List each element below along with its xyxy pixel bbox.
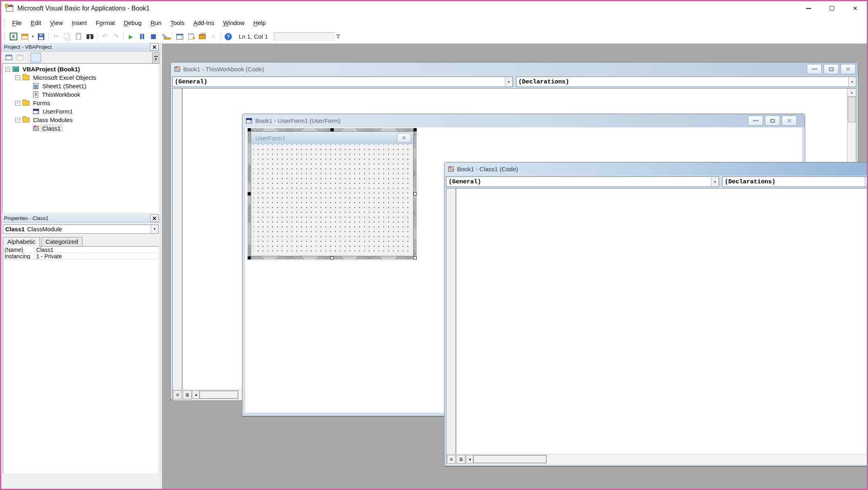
code-editor-area[interactable]: ≡ ≣ ◄ <box>446 188 867 465</box>
class1-title-bar[interactable]: Book1 - Class1 (Code) <box>444 162 867 176</box>
userform-design-surface[interactable]: UserForm1 ✕ <box>251 131 413 256</box>
code-window-class1[interactable]: Book1 - Class1 (Code) (General) ▼ (Decla… <box>444 162 867 467</box>
resize-handle-bottom-left[interactable] <box>248 256 251 260</box>
properties-panel-close-button[interactable]: ✕ <box>150 214 159 222</box>
scroll-up-arrow[interactable]: ▲ <box>847 89 856 97</box>
close-button[interactable]: ✕ <box>843 1 867 15</box>
menu-add-ins[interactable]: Add-Ins <box>189 17 219 29</box>
resize-handle-middle-right[interactable] <box>413 192 417 195</box>
toolbar-object-browser-button[interactable] <box>208 31 219 42</box>
maximize-button[interactable] <box>765 116 780 126</box>
resize-handle-top-center[interactable] <box>331 128 334 131</box>
resize-handle-bottom-right[interactable] <box>413 256 417 260</box>
toolbar-run-button[interactable] <box>125 31 136 42</box>
view-code-button[interactable] <box>4 53 14 62</box>
menu-insert[interactable]: Insert <box>67 17 91 29</box>
close-button[interactable]: ✕ <box>782 116 797 126</box>
procedure-view-button[interactable]: ≡ <box>447 455 456 464</box>
userform-grid-area[interactable] <box>253 145 411 253</box>
chevron-down-icon[interactable]: ▼ <box>865 177 867 187</box>
horizontal-scroll-thumb[interactable] <box>200 391 238 399</box>
maximize-button[interactable] <box>824 64 839 74</box>
toolbar-properties-window-button[interactable] <box>185 31 196 42</box>
userform-title-bar[interactable]: Book1 - UserForm1 (UserForm) ✕ <box>242 114 805 127</box>
tree-expander[interactable]: − <box>15 75 20 80</box>
maximize-button[interactable] <box>820 1 843 15</box>
toolbar-redo-button[interactable] <box>110 31 122 42</box>
toolbar-break-button[interactable] <box>136 31 148 42</box>
toolbar-reset-button[interactable] <box>148 31 159 42</box>
toolbar-help-button[interactable] <box>223 31 234 42</box>
procedure-view-button[interactable]: ≡ <box>173 390 182 399</box>
tree-item-forms[interactable]: −Forms <box>3 99 159 107</box>
tree-item-userform1[interactable]: UserForm1 <box>3 107 159 116</box>
tree-item-sheet1-sheet1[interactable]: Sheet1 (Sheet1) <box>3 82 159 90</box>
resize-handle-middle-left[interactable] <box>248 192 251 195</box>
project-panel-close-button[interactable]: ✕ <box>150 43 159 51</box>
property-value[interactable]: Class1 <box>35 247 54 253</box>
userform-close-button[interactable]: ✕ <box>397 133 411 143</box>
userform-selection-frame[interactable]: UserForm1 ✕ <box>248 128 417 260</box>
toolbar-project-explorer-button[interactable] <box>174 31 185 42</box>
toolbar-copy-button[interactable] <box>62 31 73 42</box>
property-value[interactable]: 1 - Private <box>35 253 62 259</box>
minimize-button[interactable] <box>797 1 820 15</box>
toolbar-view-microsoft-excel-button[interactable] <box>8 31 19 42</box>
tree-item-class1[interactable]: Class1 <box>3 124 159 133</box>
toolbar-save-button[interactable] <box>35 31 47 42</box>
resize-handle-bottom-center[interactable] <box>331 256 334 260</box>
resize-handle-top-right[interactable] <box>413 128 417 131</box>
object-selector-dropdown[interactable]: Class1 ClassModule ▼ <box>3 224 159 234</box>
full-module-view-button[interactable]: ≣ <box>183 390 192 399</box>
chevron-down-icon[interactable]: ▼ <box>848 77 856 87</box>
chevron-down-icon[interactable]: ▼ <box>505 77 513 87</box>
tree-expander[interactable]: − <box>15 101 20 106</box>
menu-window[interactable]: Window <box>219 17 249 29</box>
chevron-down-icon[interactable]: ▼ <box>30 31 35 42</box>
menu-debug[interactable]: Debug <box>119 17 146 29</box>
toolbar-undo-button[interactable] <box>99 31 110 42</box>
minimize-button[interactable] <box>748 116 763 126</box>
menu-tools[interactable]: Tools <box>166 17 189 29</box>
toolbar-cut-button[interactable] <box>50 31 62 42</box>
chevron-down-icon[interactable]: ▼ <box>151 225 158 233</box>
view-object-button[interactable] <box>15 53 25 62</box>
thisworkbook-title-bar[interactable]: Book1 - ThisWorkbook (Code) ✕ <box>171 62 858 76</box>
horizontal-scrollbar[interactable] <box>200 390 238 399</box>
toolbar-design-mode-button[interactable] <box>159 31 170 42</box>
scroll-left-arrow[interactable]: ◄ <box>192 390 200 399</box>
tab-categorized[interactable]: Categorized <box>41 237 83 246</box>
menu-view[interactable]: View <box>45 17 67 29</box>
toolbar-options-button[interactable]: ▼ <box>335 31 341 42</box>
horizontal-scroll-thumb[interactable] <box>473 455 546 463</box>
toolbar-insert-userform-button[interactable] <box>19 31 30 42</box>
vertical-scroll-thumb[interactable] <box>848 97 856 122</box>
tab-alphabetic[interactable]: Alphabetic <box>3 237 40 247</box>
object-dropdown[interactable]: (General) ▼ <box>446 176 719 187</box>
toolbar-paste-button[interactable] <box>73 31 84 42</box>
toolbar-toolbox-button[interactable] <box>196 31 208 42</box>
menu-grip[interactable] <box>4 19 6 27</box>
toolbar-find-button[interactable] <box>84 31 95 42</box>
toolbar-grip[interactable] <box>4 32 6 41</box>
project-tree-scroll-button[interactable]: ▼ <box>152 52 159 64</box>
procedure-dropdown[interactable]: (Declarations) ▼ <box>516 77 857 87</box>
horizontal-scrollbar[interactable] <box>473 455 547 463</box>
tree-expander[interactable]: − <box>15 118 20 122</box>
menu-edit[interactable]: Edit <box>26 17 45 29</box>
tree-item-vbaproject-book1[interactable]: −VBAProject (Book1) <box>3 65 159 73</box>
tree-item-class-modules[interactable]: −Class Modules <box>3 116 159 124</box>
full-module-view-button[interactable]: ≣ <box>457 455 465 464</box>
menu-run[interactable]: Run <box>146 17 166 29</box>
close-button[interactable]: ✕ <box>841 64 856 74</box>
toggle-folders-button[interactable] <box>31 53 41 62</box>
minimize-button[interactable] <box>807 64 822 74</box>
chevron-down-icon[interactable]: ▼ <box>711 177 719 187</box>
tree-item-thisworkbook[interactable]: ThisWorkbook <box>3 90 159 99</box>
tree-expander[interactable]: − <box>5 67 10 72</box>
menu-format[interactable]: Format <box>91 17 120 29</box>
menu-help[interactable]: Help <box>249 17 270 29</box>
menu-file[interactable]: File <box>8 17 26 29</box>
resize-handle-top-left[interactable] <box>248 128 251 131</box>
scroll-left-arrow[interactable]: ◄ <box>466 455 473 463</box>
